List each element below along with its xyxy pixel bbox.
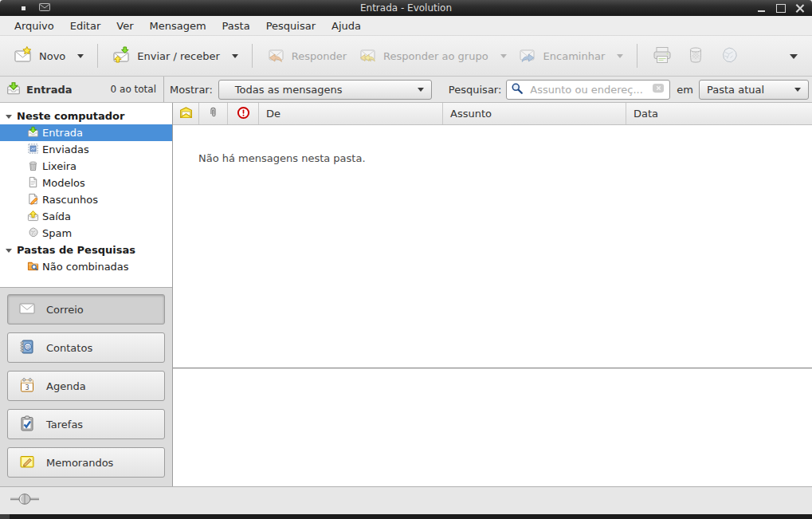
column-important[interactable] <box>228 103 259 124</box>
folder-rascunhos[interactable]: Rascunhos <box>0 191 172 208</box>
window-envelope-icon <box>39 2 50 14</box>
send-receive-button[interactable]: Enviar / receber <box>106 41 244 71</box>
folder-label: Lixeira <box>42 160 76 172</box>
drafts-icon <box>27 193 39 207</box>
reply-button[interactable]: Responder <box>261 41 352 71</box>
folder-spam[interactable]: Spam <box>0 225 172 242</box>
search-folder-icon <box>27 260 39 274</box>
search-icon <box>511 82 524 97</box>
maximize-button[interactable] <box>775 3 786 14</box>
message-status-icon <box>179 107 193 121</box>
new-mail-icon <box>14 45 33 67</box>
svg-text:3: 3 <box>25 383 29 391</box>
window-menu-bullet[interactable] <box>22 6 25 10</box>
column-from[interactable]: De <box>259 103 443 124</box>
column-subject[interactable]: Assunto <box>443 103 626 124</box>
menu-ajuda[interactable]: Ajuda <box>324 18 369 34</box>
folder-label: Enviadas <box>42 144 89 155</box>
search-entry[interactable] <box>506 80 670 100</box>
junk-button[interactable] <box>712 41 746 71</box>
print-button[interactable] <box>645 41 679 71</box>
view-switcher: Correio @ Contatos 3 Agenda <box>0 287 172 486</box>
column-message-status[interactable] <box>173 103 199 124</box>
toolbar-separator <box>252 44 253 68</box>
sent-icon <box>27 143 39 157</box>
column-subject-label: Assunto <box>450 108 492 120</box>
switcher-label: Correio <box>46 304 84 316</box>
mail-icon <box>18 300 36 320</box>
outbox-icon <box>27 210 39 224</box>
menu-pasta[interactable]: Pasta <box>214 18 258 34</box>
forward-dropdown-arrow[interactable] <box>617 54 623 61</box>
expander-icon[interactable] <box>6 249 12 256</box>
tasks-icon <box>18 415 36 434</box>
forward-label: Encaminhar <box>543 50 606 62</box>
menu-editar[interactable]: Editar <box>62 18 109 34</box>
switcher-agenda[interactable]: 3 Agenda <box>7 371 165 401</box>
folder-saida[interactable]: Saída <box>0 208 172 225</box>
inbox-icon <box>6 81 21 98</box>
window-title: Entrada - Evolution <box>0 2 812 14</box>
reply-group-dropdown-arrow[interactable] <box>500 54 507 61</box>
folder-entrada[interactable]: Entrada <box>0 124 172 141</box>
message-count: 0 ao total <box>111 84 163 95</box>
switcher-label: Contatos <box>46 342 92 354</box>
reply-group-icon <box>358 45 377 67</box>
message-list-header: De Assunto Data <box>173 103 812 125</box>
column-from-label: De <box>266 108 280 120</box>
important-icon <box>237 106 250 122</box>
column-date[interactable]: Data <box>626 103 812 124</box>
folder-lixeira[interactable]: Lixeira <box>0 158 172 175</box>
column-attachment[interactable] <box>199 103 228 124</box>
titlebar: Entrada - Evolution <box>0 0 812 16</box>
tree-group-search-folders[interactable]: Pastas de Pesquisas <box>0 242 172 258</box>
toolbar-separator <box>97 44 98 68</box>
chevron-down-icon <box>418 88 424 95</box>
send-receive-dropdown-arrow[interactable] <box>232 54 238 61</box>
search-input[interactable] <box>528 83 647 96</box>
close-button[interactable] <box>794 3 805 14</box>
send-receive-label: Enviar / receber <box>137 50 220 62</box>
filter-search-area: Mostrar: Todas as mensagens Pesquisar: e… <box>164 77 812 102</box>
switcher-memorandos[interactable]: Memorandos <box>7 447 165 478</box>
minimize-button[interactable] <box>756 3 767 14</box>
new-dropdown-arrow[interactable] <box>77 54 84 61</box>
menu-arquivo[interactable]: Arquivo <box>6 18 62 34</box>
calendar-icon: 3 <box>18 376 36 396</box>
menu-pesquisar[interactable]: Pesquisar <box>258 18 324 34</box>
attachment-icon <box>207 106 219 121</box>
scope-label: em <box>677 84 693 96</box>
folder-label: Modelos <box>42 177 85 189</box>
evolution-window: Entrada - Evolution Arquivo Editar Ver M… <box>0 0 812 519</box>
clear-search-icon[interactable] <box>652 82 665 96</box>
expander-icon[interactable] <box>6 115 12 122</box>
memos-icon <box>18 453 36 473</box>
preview-pane <box>173 369 812 486</box>
delete-button[interactable] <box>679 41 712 71</box>
toolbar-overflow-arrow[interactable] <box>790 54 798 63</box>
tree-group-label: Neste computador <box>17 110 124 122</box>
reply-group-label: Responder ao grupo <box>383 50 488 62</box>
menu-mensagem[interactable]: Mensagem <box>142 18 214 34</box>
forward-button[interactable]: Encaminhar <box>512 41 630 71</box>
message-list[interactable]: Não há mensagens nesta pasta. <box>173 125 812 368</box>
switcher-correio[interactable]: Correio <box>7 294 165 324</box>
resize-grip[interactable] <box>0 514 10 519</box>
new-button[interactable]: Novo <box>8 41 89 71</box>
reply-group-button[interactable]: Responder ao grupo <box>352 41 512 71</box>
tree-group-this-computer[interactable]: Neste computador <box>0 108 172 124</box>
current-folder-header: Entrada 0 ao total <box>0 77 164 102</box>
folder-modelos[interactable]: Modelos <box>0 175 172 191</box>
folder-nao-combinadas[interactable]: Não combinadas <box>0 258 172 275</box>
search-scope-dropdown[interactable]: Pasta atual <box>699 80 809 100</box>
spam-icon <box>27 226 39 241</box>
online-status-icon[interactable] <box>10 493 40 509</box>
tree-group-label: Pastas de Pesquisas <box>17 244 135 256</box>
menu-ver[interactable]: Ver <box>108 18 141 34</box>
switcher-contatos[interactable]: @ Contatos <box>7 332 165 363</box>
folder-enviadas[interactable]: Enviadas <box>0 141 172 158</box>
column-date-label: Data <box>634 108 658 120</box>
show-filter-dropdown[interactable]: Todas as mensagens <box>218 80 432 100</box>
menubar: Arquivo Editar Ver Mensagem Pasta Pesqui… <box>0 16 812 36</box>
switcher-tarefas[interactable]: Tarefas <box>7 409 165 439</box>
